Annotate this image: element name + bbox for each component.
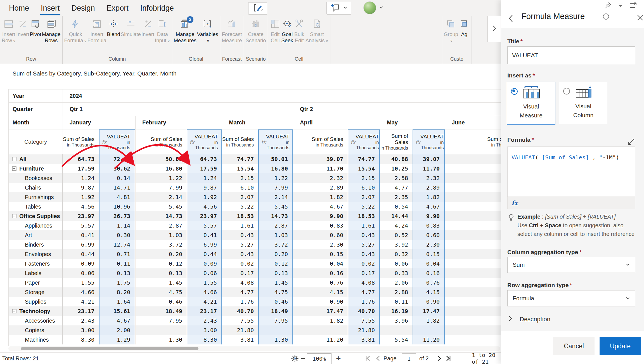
cell[interactable]: 2.88 (380, 287, 413, 297)
month-january[interactable]: January (63, 116, 135, 129)
cell[interactable]: 18.49 (258, 306, 293, 316)
cell[interactable]: 4.21 (63, 297, 99, 306)
column-aggregation-select[interactable]: Sum (507, 257, 635, 273)
cell[interactable]: 3.92 (380, 240, 413, 249)
cell[interactable]: 39.07 (293, 154, 348, 164)
description-expander[interactable]: Description (508, 315, 550, 323)
cell[interactable]: 0.41 (187, 230, 222, 240)
cell[interactable]: 0.60 (293, 230, 348, 240)
cell[interactable]: 3.81 (222, 335, 258, 344)
measure-header-sum[interactable]: Sum of Salesin Thousands (135, 129, 187, 154)
cell[interactable]: 4.67 (413, 202, 445, 211)
row-label[interactable]: Tables (9, 202, 63, 211)
cell[interactable]: 0.16 (413, 268, 445, 278)
measure-header-valueat[interactable]: fxVALUEATin Thousands (348, 129, 380, 154)
measure-header-sum[interactable]: Sum of Salesin Thousands (63, 129, 99, 154)
measure-header-valueat[interactable]: fxVALUEATin Thousands (413, 129, 445, 154)
cell[interactable]: 1.24 (63, 173, 99, 183)
expand-panel-icon[interactable] (629, 2, 637, 10)
measure-header-valueat[interactable]: fxVALUEATin Thousands (258, 129, 293, 154)
cell[interactable] (445, 306, 501, 316)
cell[interactable]: 2.00 (99, 325, 135, 335)
expand-formula-icon[interactable] (627, 138, 635, 147)
cell[interactable]: 1.22 (135, 173, 187, 183)
cell[interactable]: 2.15 (348, 173, 380, 183)
tab-home[interactable]: Home (5, 3, 33, 15)
row-label[interactable]: Paper (9, 278, 63, 287)
back-button[interactable] (507, 13, 515, 25)
cell[interactable]: 0.60 (413, 230, 445, 240)
cell[interactable]: 0.43 (222, 230, 258, 240)
quarter-qtr2[interactable]: Qtr 2 (293, 103, 501, 116)
cell[interactable]: 1.82 (413, 192, 445, 202)
cell[interactable]: 23.97 (187, 211, 222, 221)
goal-seek-button[interactable]: GoalSeek (281, 16, 293, 44)
cell[interactable]: 2.87 (135, 221, 187, 230)
cell[interactable]: 4.24 (380, 221, 413, 230)
cell[interactable]: 2.58 (380, 173, 413, 183)
cell[interactable]: 4.56 (187, 202, 222, 211)
cell[interactable]: 23.17 (187, 306, 222, 316)
cell[interactable]: 11.70 (413, 164, 445, 173)
cell[interactable]: 8.30 (187, 335, 222, 344)
cell[interactable]: 3.96 (380, 316, 413, 325)
insert-as-option-visual-measure[interactable]: VisualMeasure (507, 82, 555, 125)
cell[interactable]: 1.22 (258, 173, 293, 183)
cell[interactable]: 0.44 (63, 249, 99, 259)
cell[interactable]: 14.44 (380, 211, 413, 221)
blend-button[interactable]: Blend (107, 16, 120, 37)
quarter-qtr1[interactable]: Qtr 1 (63, 103, 293, 116)
formula-editor[interactable]: VALUEAT( [Sum of Sales] , "-1M") (507, 146, 635, 197)
cell[interactable]: 3.72 (258, 240, 293, 249)
row-aggregation-select[interactable]: Formula (507, 290, 635, 306)
cell[interactable]: 0.09 (63, 259, 99, 268)
row-label[interactable]: Supplies (9, 297, 63, 306)
cell[interactable]: 2.07 (222, 192, 258, 202)
cell[interactable]: 2.35 (380, 192, 413, 202)
cell[interactable]: 5.54 (380, 335, 413, 344)
cell[interactable]: 40.70 (222, 306, 258, 316)
cell[interactable]: 4.67 (293, 202, 348, 211)
scrollbar-thumb[interactable] (21, 347, 198, 350)
cell[interactable]: 1.76 (222, 297, 258, 306)
cell[interactable]: 1.30 (258, 335, 293, 344)
cell[interactable] (445, 316, 501, 325)
cell[interactable]: 0.14 (99, 173, 135, 183)
collapse-icon[interactable] (12, 166, 16, 171)
manage-rows-button[interactable]: ManageRows (42, 16, 61, 44)
cell[interactable]: 7.55 (348, 316, 380, 325)
tab-insert[interactable]: Insert (37, 3, 64, 15)
cell[interactable]: 74.77 (348, 154, 380, 164)
cell[interactable]: 1.30 (135, 335, 187, 344)
cell[interactable]: 0.76 (293, 278, 348, 287)
zoom-out-button[interactable]: − (301, 353, 305, 364)
cell[interactable]: 4.15 (413, 287, 445, 297)
cell[interactable] (445, 173, 501, 183)
cell[interactable] (445, 221, 501, 230)
zoom-in-button[interactable]: + (336, 353, 341, 364)
row-label[interactable]: Office Supplies (9, 211, 63, 221)
measure-header-valueat[interactable]: fxVALUEATin Thousands (99, 129, 135, 154)
zoom-level-input[interactable]: 100% (307, 353, 332, 364)
cell[interactable]: 1.92 (63, 192, 99, 202)
row-label[interactable]: Fasteners (9, 259, 63, 268)
cell[interactable]: 4.56 (63, 202, 99, 211)
cell[interactable] (445, 278, 501, 287)
manage-measures-button[interactable]: 2ManageMeasures (174, 16, 196, 44)
cell[interactable]: 3.81 (348, 335, 380, 344)
cell[interactable]: 50.01 (258, 154, 293, 164)
row-label[interactable]: Furniture (9, 164, 63, 173)
row-label[interactable]: Technology (9, 306, 63, 316)
cell[interactable]: 10.25 (380, 164, 413, 173)
cell[interactable]: 11.20 (413, 335, 445, 344)
cell[interactable] (445, 249, 501, 259)
month-march[interactable]: March (222, 116, 293, 129)
cell[interactable]: 2.89 (413, 183, 445, 192)
cell[interactable] (258, 325, 293, 335)
cell[interactable]: 0.17 (222, 268, 258, 278)
cell[interactable]: 0.43 (222, 249, 258, 259)
cell[interactable]: 0.04 (293, 259, 348, 268)
month-april[interactable]: April (293, 116, 380, 129)
cell[interactable]: 2.30 (293, 240, 348, 249)
cell[interactable]: 16.80 (258, 164, 293, 173)
